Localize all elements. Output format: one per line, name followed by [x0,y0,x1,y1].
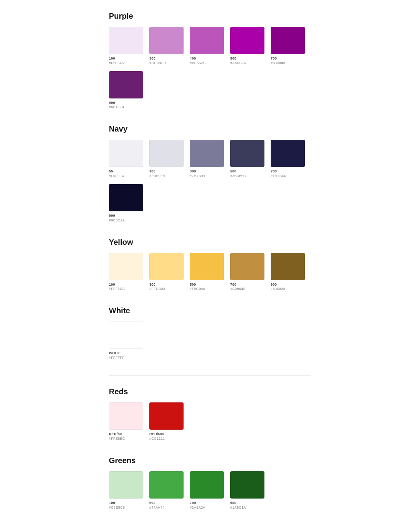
color-swatch [109,140,143,167]
color-hex: #AA00AA [230,61,246,65]
section-reds: RedsRED/80#FFE8ECRED/500#CC1111 [109,387,311,441]
section-white: WhiteWHITE#FFFFFF [109,306,311,360]
color-row-white: WHITE#FFFFFF [109,321,311,360]
color-label: 500 [149,501,156,506]
color-swatch [149,27,184,54]
section-title-yellow: Yellow [109,238,311,247]
color-item: 500#44AA44 [149,471,184,509]
color-swatch [271,27,305,54]
color-label: 700 [230,283,236,287]
color-hex: #FFE8EC [109,437,125,441]
color-item: 900#806020 [271,253,305,291]
color-item: 900#6B1F70 [109,71,143,109]
color-item: 100#C8E8C8 [109,471,143,509]
color-label: 700 [271,56,277,61]
section-yellow: Yellow100#FFF3DC300#FFDD88500#F5C044700#… [109,238,311,291]
color-label: 100 [149,169,156,174]
color-hex: #C09040 [230,287,245,291]
color-label: 900 [271,283,277,287]
color-hex: #2A8A2A [190,506,205,509]
color-swatch [190,471,224,499]
color-label: 900 [230,501,236,506]
color-swatch [109,402,143,430]
section-title-navy: Navy [109,125,311,133]
color-hex: #BB55BB [190,61,206,65]
color-swatch [230,140,264,167]
color-item: WHITE#FFFFFF [109,321,143,360]
color-label: RED/500 [149,432,164,437]
color-swatch [109,321,143,349]
color-row-navy: 55#F0F0F4100#E0E0E8300#7B7B99500#3B3B5C7… [109,140,311,222]
color-hex: #3B3B5C [230,174,246,178]
color-swatch [149,402,184,430]
color-row-yellow: 100#FFF3DC300#FFDD88500#F5C044700#C09040… [109,253,311,291]
color-row-purple: 100#F2E5F5300#CC88CC400#BB55BB500#AA00AA… [109,27,311,109]
color-label: 300 [190,169,196,174]
color-swatch [149,471,184,499]
color-label: 100 [109,56,115,61]
section-title-purple: Purple [109,12,311,21]
color-label: 500 [190,283,196,287]
color-hex: #806020 [271,287,285,291]
color-item: 55#F0F0F4 [109,140,143,178]
color-label: 400 [190,56,196,61]
color-swatch [109,253,143,280]
color-swatch [190,27,224,54]
color-hex: #6B1F70 [109,105,124,109]
color-swatch [149,140,184,167]
color-hex: #FFDD88 [149,287,165,291]
color-hex: #E0E0E8 [149,174,165,178]
color-hex: #FFFFFF [109,356,124,360]
color-item: 500#AA00AA [230,27,264,65]
color-label: RED/80 [109,432,122,437]
color-item: 700#1B1B44 [271,140,305,178]
section-title-white: White [109,306,311,315]
color-label: 300 [149,56,156,61]
color-item: 700#880088 [271,27,305,65]
color-item: 500#3B3B5C [230,140,264,178]
divider [109,375,311,376]
color-label: WHITE [109,351,121,356]
color-hex: #CC88CC [149,61,166,65]
color-item: 100#F2E5F5 [109,27,143,65]
page-container: Purple100#F2E5F5300#CC88CC400#BB55BB500#… [93,12,327,518]
color-label: 55 [109,169,113,174]
color-item: 400#BB55BB [190,27,224,65]
color-item: 700#C09040 [230,253,264,291]
color-label: 300 [149,283,156,287]
color-swatch [190,253,224,280]
color-item: 900#0C0C2A [109,184,143,222]
color-swatch [271,140,305,167]
color-swatch [190,140,224,167]
color-swatch [109,27,143,54]
section-title-greens: Greens [109,456,311,465]
color-hex: #1A5C1A [230,506,246,509]
color-item: 300#FFDD88 [149,253,184,291]
color-hex: #F0F0F4 [109,174,124,178]
color-swatch [149,253,184,280]
color-swatch [109,184,143,211]
color-item: 500#F5C044 [190,253,224,291]
color-swatch [271,253,305,280]
section-title-reds: Reds [109,387,311,396]
color-swatch [230,253,264,280]
color-label: 700 [190,501,196,506]
color-item: RED/80#FFE8EC [109,402,143,441]
section-navy: Navy55#F0F0F4100#E0E0E8300#7B7B99500#3B3… [109,125,311,222]
sections-group-1: Purple100#F2E5F5300#CC88CC400#BB55BB500#… [109,12,311,360]
color-swatch [109,71,143,98]
color-item: 300#7B7B99 [190,140,224,178]
color-hex: #CC1111 [149,437,165,441]
color-row-reds: RED/80#FFE8ECRED/500#CC1111 [109,402,311,441]
color-item: 300#CC88CC [149,27,184,65]
color-label: 500 [230,169,236,174]
color-item: 100#E0E0E8 [149,140,184,178]
color-swatch [230,27,264,54]
color-hex: #7B7B99 [190,174,205,178]
color-label: 100 [109,501,115,506]
color-hex: #44AA44 [149,506,164,509]
color-hex: #C8E8C8 [109,506,125,509]
color-hex: #0C0C2A [109,218,125,222]
color-label: 100 [109,283,115,287]
section-greens: Greens100#C8E8C8500#44AA44700#2A8A2A900#… [109,456,311,509]
